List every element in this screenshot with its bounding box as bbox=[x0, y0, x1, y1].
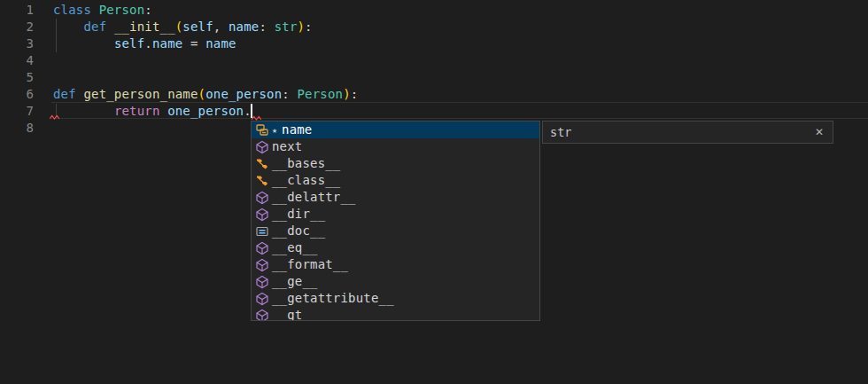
code-token: get_person_name bbox=[83, 87, 198, 101]
suggestion-label: __getattribute__ bbox=[272, 290, 394, 307]
line-number[interactable]: 2 bbox=[0, 19, 34, 35]
line-number[interactable]: 3 bbox=[0, 35, 34, 52]
constant-icon bbox=[255, 224, 269, 239]
suggestion-item[interactable]: __eq__ bbox=[252, 239, 539, 256]
method-icon bbox=[255, 191, 269, 205]
code-token: class bbox=[53, 3, 99, 17]
suggestion-item[interactable]: __doc__ bbox=[252, 223, 539, 239]
detail-type-text: str bbox=[543, 125, 815, 139]
suggestion-item[interactable]: __delattr__ bbox=[252, 189, 539, 206]
code-token: name bbox=[229, 20, 259, 34]
code-token: def bbox=[53, 87, 83, 101]
method-icon bbox=[255, 258, 269, 272]
suggestion-item[interactable]: __dir__ bbox=[252, 206, 539, 223]
code-token bbox=[53, 36, 114, 51]
code-line[interactable] bbox=[53, 52, 358, 69]
suggestion-item[interactable]: __format__ bbox=[252, 256, 539, 273]
code-token: return bbox=[114, 104, 167, 118]
code-token: one_person bbox=[167, 104, 244, 118]
code-token: ) bbox=[298, 20, 306, 34]
suggestion-label: __eq__ bbox=[272, 239, 318, 256]
method-icon bbox=[255, 292, 269, 306]
code-token: : bbox=[282, 87, 297, 101]
code-token: . bbox=[144, 36, 152, 51]
editor[interactable]: 12345678 class Person: def __init__(self… bbox=[0, 0, 868, 384]
suggestion-label: __dir__ bbox=[272, 206, 325, 223]
suggestion-label: __format__ bbox=[272, 256, 348, 273]
code-token: : bbox=[144, 3, 152, 17]
field-icon bbox=[255, 123, 269, 137]
line-number[interactable]: 8 bbox=[0, 120, 34, 137]
code-token: def bbox=[83, 20, 113, 34]
class-icon bbox=[255, 157, 269, 171]
method-icon bbox=[255, 140, 269, 154]
code-token: __init__ bbox=[114, 20, 175, 34]
code-line[interactable]: class Person: bbox=[53, 2, 358, 19]
method-icon bbox=[255, 275, 269, 289]
code-token: self bbox=[114, 36, 144, 51]
suggestion-label: __gt__ bbox=[272, 307, 318, 321]
suggestion-label: next bbox=[272, 138, 302, 155]
suggestion-item[interactable]: __gt__ bbox=[252, 307, 539, 321]
line-number[interactable]: 7 bbox=[0, 103, 34, 120]
suggestion-item[interactable]: next bbox=[252, 138, 539, 155]
code-line[interactable]: def get_person_name(one_person: Person): bbox=[53, 86, 358, 103]
method-icon bbox=[255, 309, 269, 322]
code-token bbox=[53, 104, 114, 118]
code-token: Person bbox=[99, 3, 145, 17]
code-token: : bbox=[305, 20, 313, 34]
line-number[interactable]: 6 bbox=[0, 86, 34, 103]
suggestion-label: __doc__ bbox=[272, 223, 325, 239]
method-icon bbox=[255, 241, 269, 255]
code-token: : bbox=[351, 87, 359, 101]
text-cursor bbox=[251, 104, 252, 118]
code-token: name bbox=[152, 36, 182, 51]
code-token: self bbox=[182, 20, 213, 34]
code-line[interactable]: self.name = name bbox=[53, 35, 358, 52]
code-token: ) bbox=[343, 87, 351, 101]
suggestion-item[interactable]: __getattribute__ bbox=[252, 290, 539, 307]
code-line[interactable]: return one_person. bbox=[53, 103, 358, 120]
error-squiggle bbox=[50, 114, 59, 120]
suggest-widget: ★namenext__bases____class____delattr____… bbox=[251, 121, 540, 321]
code-token: ( bbox=[198, 87, 206, 101]
code-token: name bbox=[205, 36, 236, 51]
method-icon bbox=[255, 208, 269, 222]
close-icon[interactable]: ✕ bbox=[815, 126, 833, 138]
suggest-details-panel: str ✕ bbox=[542, 121, 833, 144]
line-number[interactable]: 5 bbox=[0, 69, 34, 86]
code-area[interactable]: class Person: def __init__(self, name: s… bbox=[53, 2, 358, 137]
code-token: : bbox=[259, 20, 274, 34]
suggestion-item[interactable]: ★name bbox=[252, 121, 539, 138]
suggest-list: ★namenext__bases____class____delattr____… bbox=[252, 121, 539, 321]
suggestion-label: __class__ bbox=[272, 172, 340, 189]
code-token: = bbox=[182, 36, 205, 51]
suggestion-label: name bbox=[282, 121, 312, 138]
suggestion-item[interactable]: __class__ bbox=[252, 172, 539, 189]
code-token bbox=[53, 20, 83, 34]
star-icon: ★ bbox=[272, 121, 277, 138]
code-line[interactable]: def __init__(self, name: str): bbox=[53, 19, 358, 35]
code-token: Person bbox=[298, 87, 344, 101]
suggestion-label: __ge__ bbox=[272, 273, 318, 290]
suggestion-item[interactable]: __ge__ bbox=[252, 273, 539, 290]
class-icon bbox=[255, 174, 269, 188]
suggestion-label: __delattr__ bbox=[272, 189, 356, 206]
code-token: str bbox=[275, 20, 298, 34]
code-token: one_person bbox=[205, 87, 282, 101]
line-number[interactable]: 4 bbox=[0, 52, 34, 69]
code-line[interactable] bbox=[53, 69, 358, 86]
line-number[interactable]: 1 bbox=[0, 2, 34, 19]
gutter: 12345678 bbox=[0, 2, 34, 137]
suggestion-item[interactable]: __bases__ bbox=[252, 155, 539, 172]
code-token: , bbox=[213, 20, 229, 34]
suggestion-label: __bases__ bbox=[272, 155, 340, 172]
